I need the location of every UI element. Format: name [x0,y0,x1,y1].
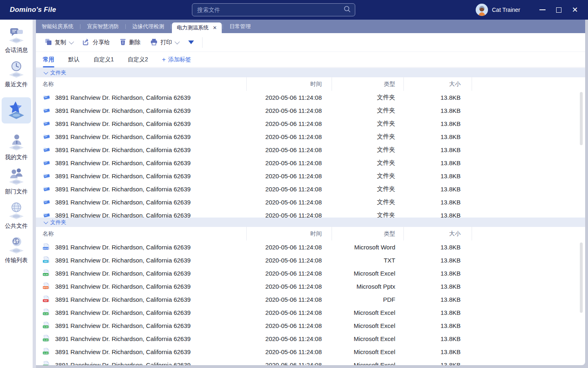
file-type-cell: Microsoft Excel [332,270,403,277]
folder-file-icon [42,184,50,194]
close-button[interactable]: ✕ [567,0,583,20]
search-input[interactable] [197,7,343,13]
table-row[interactable]: 3891 Ranchview Dr. Richardson, Californi… [36,117,585,130]
table-row[interactable]: TXT3891 Ranchview Dr. Richardson, Califo… [36,254,585,267]
sidebar-item-部门文件[interactable]: 部门文件 [0,167,33,195]
section-header[interactable]: 文件夹 [36,68,585,77]
file-time-cell: 2020-05-06 11:24:08 [246,270,332,277]
svg-text:XLSX: XLSX [43,312,48,314]
table-row[interactable]: PDF3891 Ranchview Dr. Richardson, Califo… [36,293,585,306]
copy-button[interactable]: 复制 [45,38,73,47]
column-header-time[interactable]: 时间 [246,77,332,91]
workspace-tab-1[interactable]: 智能站房系统 [36,20,79,33]
file-size-cell: 13.8KB [403,94,472,101]
copy-label: 复制 [55,39,66,46]
svg-text:XLSX: XLSX [43,352,48,354]
folder-file-icon [42,132,50,141]
table-row[interactable]: XLSX3891 Ranchview Dr. Richardson, Calif… [36,267,585,280]
file-name: 3891 Ranchview Dr. Richardson, Californi… [55,283,191,290]
file-section-2: 文件夹名称时间类型大小DOCX3891 Ranchview Dr. Richar… [36,218,585,365]
filter-tab-2[interactable]: 默认 [68,52,80,67]
file-name: 3891 Ranchview Dr. Richardson, Californi… [55,348,191,355]
file-name: 3891 Ranchview Dr. Richardson, Californi… [55,335,191,342]
file-time-cell: 2020-05-06 11:24:08 [246,257,332,264]
workspace-tab-5[interactable]: 日常管理 [224,20,256,33]
section-scrollbar-thumb[interactable] [580,92,583,145]
share-label: 分享给 [93,39,110,46]
file-size-cell: 13.8KB [403,212,472,218]
filter-tab-3[interactable]: 自定义1 [94,52,114,67]
sidebar-item-最近文件[interactable]: 最近文件 [0,60,33,88]
table-row[interactable]: 3891 Ranchview Dr. Richardson, Californi… [36,104,585,117]
file-size-cell: 13.8KB [403,173,472,180]
file-name: 3891 Ranchview Dr. Richardson, Californi… [55,296,191,303]
table-row[interactable]: PPTX3891 Ranchview Dr. Richardson, Calif… [36,280,585,293]
table-row[interactable]: XLSX3891 Ranchview Dr. Richardson, Calif… [36,345,585,358]
file-name: 3891 Ranchview Dr. Richardson, Californi… [55,309,191,316]
file-name-cell: DOCX3891 Ranchview Dr. Richardson, Calif… [36,242,246,252]
section-header[interactable]: 文件夹 [36,218,585,227]
filter-tab-1[interactable]: 常用 [43,52,54,67]
file-size-cell: 13.8KB [403,244,472,251]
table-row[interactable]: XLSX3891 Ranchview Dr. Richardson, Calif… [36,358,585,365]
txt-file-icon: TXT [42,256,50,265]
table-row[interactable]: XLSX3891 Ranchview Dr. Richardson, Calif… [36,332,585,345]
column-header-name[interactable]: 名称 [36,227,246,240]
file-name-cell: XLSX3891 Ranchview Dr. Richardson, Calif… [36,347,246,357]
file-name: 3891 Ranchview Dr. Richardson, Californi… [55,244,191,251]
print-button[interactable]: 打印 [150,38,178,47]
user-avatar[interactable] [476,4,488,16]
table-row[interactable]: 3891 Ranchview Dr. Richardson, Californi… [36,195,585,209]
workspace-tab-3[interactable]: 边缘代理检测 [127,20,170,33]
sidebar-item-传输列表[interactable]: 传输列表 [0,236,33,264]
sidebar-item-我的文件[interactable]: 我的文件 [0,132,33,161]
column-header-name[interactable]: 名称 [36,77,246,91]
table-row[interactable]: 3891 Ranchview Dr. Richardson, Californi… [36,209,585,218]
print-label: 打印 [160,39,172,46]
column-header-size[interactable]: 大小 [403,227,472,240]
sidebar-item-favorites[interactable] [2,97,31,123]
column-header-time[interactable]: 时间 [246,227,332,240]
table-row[interactable]: DOCX3891 Ranchview Dr. Richardson, Calif… [36,240,585,254]
tab-close-icon[interactable]: ✕ [213,25,217,31]
minimize-button[interactable] [534,0,550,20]
file-name-cell: 3891 Ranchview Dr. Richardson, Californi… [36,119,246,128]
maximize-button[interactable] [550,0,567,20]
table-row[interactable]: 3891 Ranchview Dr. Richardson, Californi… [36,143,585,156]
column-header-size[interactable]: 大小 [403,77,472,91]
column-header-type[interactable]: 类型 [332,77,403,91]
top-bar: Domino's File Cat Trainer ✕ [0,0,588,20]
folder-file-icon [42,171,50,181]
share-button[interactable]: 分享给 [82,38,110,47]
xlsx-file-icon: XLSX [42,321,50,330]
table-row[interactable]: 3891 Ranchview Dr. Richardson, Californi… [36,169,585,182]
delete-button[interactable]: 删除 [120,38,140,47]
table-row[interactable]: 3891 Ranchview Dr. Richardson, Californi… [36,182,585,195]
section-scrollbar-thumb[interactable] [580,242,583,313]
file-type-cell: 文件夹 [332,198,403,206]
user-name[interactable]: Cat Trainer [492,7,520,13]
table-row[interactable]: 3891 Ranchview Dr. Richardson, Californi… [36,91,585,104]
more-actions-dropdown-icon[interactable] [188,40,194,44]
add-tag-button[interactable]: +添加标签 [162,56,191,63]
workspace-tab-4[interactable]: 电力测温系统✕ [172,22,222,33]
sidebar-item-label: 会话消息 [5,47,28,54]
file-time-cell: 2020-05-06 11:24:08 [246,212,332,218]
file-type-cell: Microsoft Excel [332,335,403,342]
sidebar-item-公共文件[interactable]: 公共文件 [0,201,33,230]
table-row[interactable]: 3891 Ranchview Dr. Richardson, Californi… [36,130,585,143]
sidebar-item-会话消息[interactable]: 会话消息 [0,25,33,54]
search-icon[interactable] [343,5,351,14]
window-scrollbar-track[interactable] [585,20,588,368]
workspace-tab-2[interactable]: 宜宾智慧消防 [81,20,125,33]
table-row[interactable]: XLSX3891 Ranchview Dr. Richardson, Calif… [36,319,585,332]
xlsx-file-icon: XLSX [42,308,50,317]
filter-tab-4[interactable]: 自定义2 [128,52,148,67]
table-row[interactable]: 3891 Ranchview Dr. Richardson, Californi… [36,156,585,169]
table-row[interactable]: XLSX3891 Ranchview Dr. Richardson, Calif… [36,306,585,319]
column-header-type[interactable]: 类型 [332,227,403,240]
toolbar: 复制 分享给 删除 打印 [36,33,585,52]
file-name-cell: 3891 Ranchview Dr. Richardson, Californi… [36,184,246,194]
search-box[interactable] [192,3,355,16]
file-size-cell: 13.8KB [403,120,472,127]
